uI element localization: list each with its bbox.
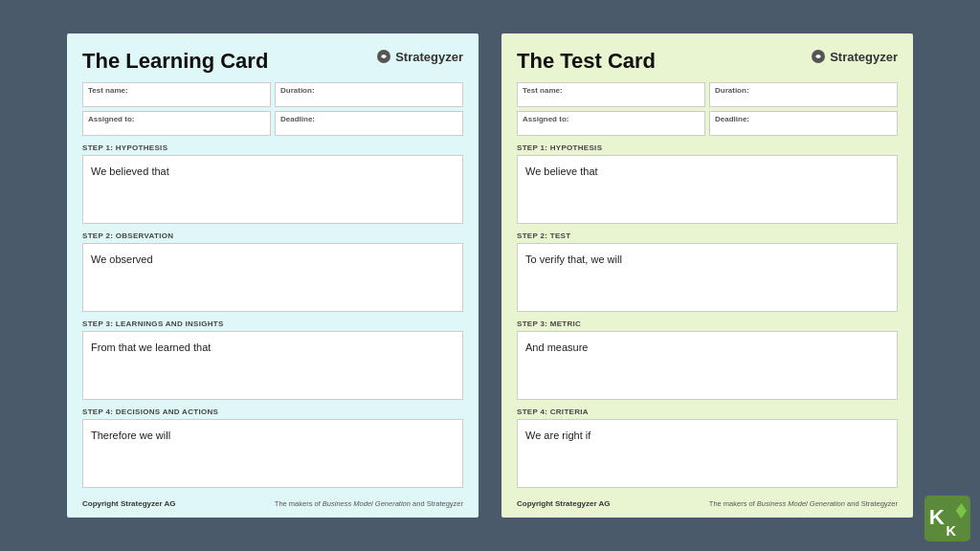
learning-card-logo: Strategyzer: [376, 49, 463, 64]
test-step1-text: We believe that: [525, 165, 598, 177]
strategyzer-icon: [376, 49, 391, 64]
test-step3-label: STEP 3: METRIC: [517, 320, 898, 328]
test-step4-text: We are right if: [525, 430, 590, 441]
test-card-title: The Test Card: [517, 49, 656, 74]
learning-step1-text: We believed that: [91, 165, 169, 177]
test-step2-text: To verify that, we will: [525, 253, 622, 265]
test-step3: STEP 3: METRIC And measure: [517, 320, 898, 400]
assigned-to-label-2: Assigned to:: [523, 115, 700, 123]
test-card: The Test Card Strategyzer Test name: Dur…: [501, 33, 913, 517]
test-step4-box[interactable]: We are right if: [517, 419, 898, 488]
learning-card-header: The Learning Card Strategyzer: [82, 49, 463, 74]
cards-container: The Learning Card Strategyzer Test name:…: [48, 14, 932, 536]
learning-step4-box[interactable]: Therefore we will: [82, 419, 463, 488]
test-step1-box[interactable]: We believe that: [517, 155, 898, 224]
test-name-field-2[interactable]: Test name:: [517, 82, 705, 107]
test-copyright: Copyright Strategyzer AG: [517, 499, 611, 508]
learning-step3-box[interactable]: From that we learned that: [82, 331, 463, 400]
test-card-header: The Test Card Strategyzer: [517, 49, 898, 74]
test-step2-label: STEP 2: TEST: [517, 231, 898, 240]
test-tagline: The makers of Business Model Generation …: [709, 499, 898, 508]
learning-step3-text: From that we learned that: [91, 342, 211, 353]
test-step3-text: And measure: [525, 342, 588, 353]
strategyzer-icon-2: [811, 49, 826, 64]
svg-text:K: K: [946, 523, 956, 539]
assigned-to-label: Assigned to:: [88, 115, 265, 123]
learning-step4-text: Therefore we will: [91, 430, 170, 441]
assigned-to-field[interactable]: Assigned to:: [82, 111, 271, 136]
test-name-field[interactable]: Test name:: [82, 82, 271, 107]
learning-step2: STEP 2: OBSERVATION We observed: [82, 231, 463, 312]
duration-label: Duration:: [280, 86, 457, 95]
learning-copyright: Copyright Strategyzer AG: [82, 499, 176, 508]
test-step3-box[interactable]: And measure: [517, 331, 898, 400]
deadline-field-2[interactable]: Deadline:: [709, 111, 898, 136]
learning-card-footer: Copyright Strategyzer AG The makers of B…: [82, 499, 463, 508]
svg-text:K: K: [929, 505, 945, 529]
kk-badge: K K: [924, 496, 970, 541]
duration-field[interactable]: Duration:: [275, 82, 463, 107]
test-name-label: Test name:: [88, 86, 265, 95]
test-name-label-2: Test name:: [523, 86, 700, 95]
learning-meta-fields: Test name: Duration: Assigned to: Deadli…: [82, 82, 463, 136]
strategyzer-logo-text-2: Strategyzer: [830, 50, 898, 64]
learning-tagline: The makers of Business Model Generation …: [275, 499, 463, 508]
test-step4-label: STEP 4: CRITERIA: [517, 408, 898, 416]
learning-step4: STEP 4: DECISIONS AND ACTIONS Therefore …: [82, 408, 463, 488]
deadline-label: Deadline:: [280, 115, 457, 123]
assigned-to-field-2[interactable]: Assigned to:: [517, 111, 705, 136]
learning-card: The Learning Card Strategyzer Test name:…: [67, 33, 479, 517]
strategyzer-logo-text: Strategyzer: [395, 50, 463, 64]
test-step2: STEP 2: TEST To verify that, we will: [517, 231, 898, 312]
test-meta-fields: Test name: Duration: Assigned to: Deadli…: [517, 82, 898, 136]
test-step4: STEP 4: CRITERIA We are right if: [517, 408, 898, 488]
test-step2-box[interactable]: To verify that, we will: [517, 243, 898, 312]
learning-step2-box[interactable]: We observed: [82, 243, 463, 312]
learning-step1: STEP 1: HYPOTHESIS We believed that: [82, 143, 463, 224]
learning-step1-box[interactable]: We believed that: [82, 155, 463, 224]
deadline-label-2: Deadline:: [715, 115, 892, 123]
test-card-footer: Copyright Strategyzer AG The makers of B…: [517, 499, 898, 508]
learning-step2-label: STEP 2: OBSERVATION: [82, 231, 463, 240]
deadline-field[interactable]: Deadline:: [275, 111, 463, 136]
learning-step3: STEP 3: LEARNINGS AND INSIGHTS From that…: [82, 320, 463, 400]
test-step1-label: STEP 1: HYPOTHESIS: [517, 143, 898, 152]
learning-step4-label: STEP 4: DECISIONS AND ACTIONS: [82, 408, 463, 416]
duration-field-2[interactable]: Duration:: [709, 82, 898, 107]
learning-card-title: The Learning Card: [82, 49, 268, 74]
learning-step2-text: We observed: [91, 253, 153, 265]
test-card-logo: Strategyzer: [811, 49, 898, 64]
test-step1: STEP 1: HYPOTHESIS We believe that: [517, 143, 898, 224]
learning-step1-label: STEP 1: HYPOTHESIS: [82, 143, 463, 152]
learning-step3-label: STEP 3: LEARNINGS AND INSIGHTS: [82, 320, 463, 328]
duration-label-2: Duration:: [715, 86, 892, 95]
